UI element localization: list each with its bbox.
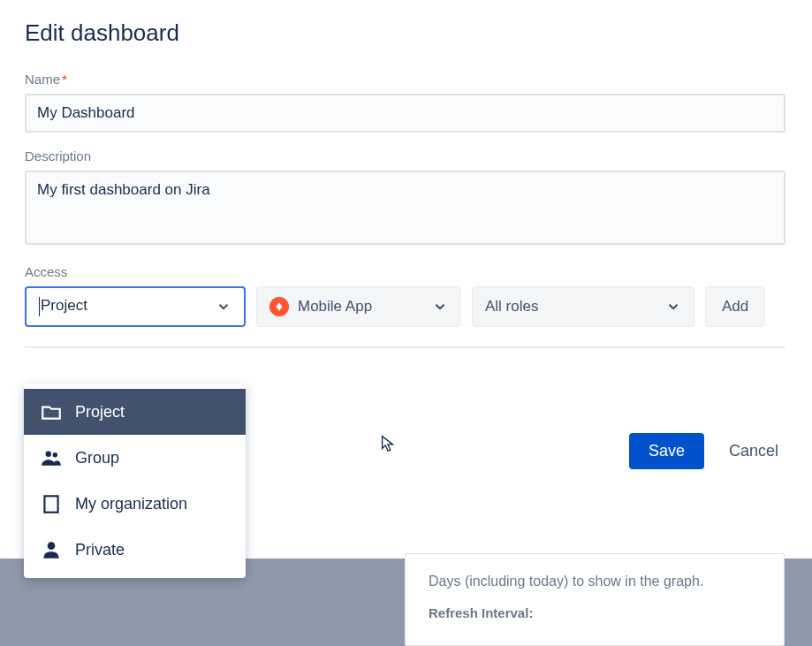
dropdown-item-group[interactable]: Group [24, 435, 246, 481]
project-select-value: Mobile App [298, 298, 372, 315]
divider [25, 346, 785, 348]
background-gadget-settings: Days (including today) to show in the gr… [405, 553, 785, 646]
access-type-dropdown: Project Group My organization Private [24, 384, 246, 578]
description-input[interactable]: My first dashboard on Jira [25, 171, 785, 245]
cancel-button[interactable]: Cancel [722, 433, 785, 469]
mouse-cursor-icon [378, 432, 398, 455]
access-type-select[interactable]: Project [25, 286, 246, 327]
access-row: Project Mobile App All roles Add [25, 286, 787, 327]
roles-select-value: All roles [485, 298, 538, 315]
dropdown-item-label: Project [75, 403, 125, 422]
folder-icon [40, 400, 63, 423]
group-icon [40, 446, 63, 469]
modal-title: Edit dashboard [25, 19, 787, 47]
name-input[interactable] [25, 94, 785, 133]
person-icon [40, 538, 63, 561]
refresh-interval-label: Refresh Interval: [429, 605, 761, 620]
background-hint-text: Days (including today) to show in the gr… [429, 574, 761, 589]
name-label: Name* [25, 72, 787, 87]
dropdown-item-label: Group [75, 449, 119, 467]
dropdown-item-private[interactable]: Private [24, 527, 246, 573]
project-select[interactable]: Mobile App [256, 286, 461, 327]
access-type-value: Project [39, 297, 87, 316]
required-asterisk: * [62, 72, 67, 87]
dropdown-item-organization[interactable]: My organization [24, 481, 246, 527]
svg-point-0 [46, 451, 52, 457]
svg-rect-2 [44, 496, 57, 512]
dropdown-item-label: My organization [75, 495, 187, 513]
svg-point-9 [48, 542, 56, 550]
project-avatar-icon [269, 297, 289, 316]
dropdown-item-label: Private [75, 541, 125, 559]
chevron-down-icon [432, 299, 448, 315]
access-label: Access [25, 264, 787, 279]
add-button[interactable]: Add [705, 286, 765, 327]
roles-select[interactable]: All roles [472, 286, 694, 327]
name-label-text: Name [25, 72, 60, 87]
chevron-down-icon [216, 299, 231, 315]
save-button[interactable]: Save [629, 433, 704, 469]
svg-point-1 [53, 452, 57, 457]
dropdown-item-project[interactable]: Project [24, 389, 246, 435]
description-label: Description [25, 148, 787, 163]
building-icon [40, 492, 63, 515]
chevron-down-icon [665, 299, 681, 315]
